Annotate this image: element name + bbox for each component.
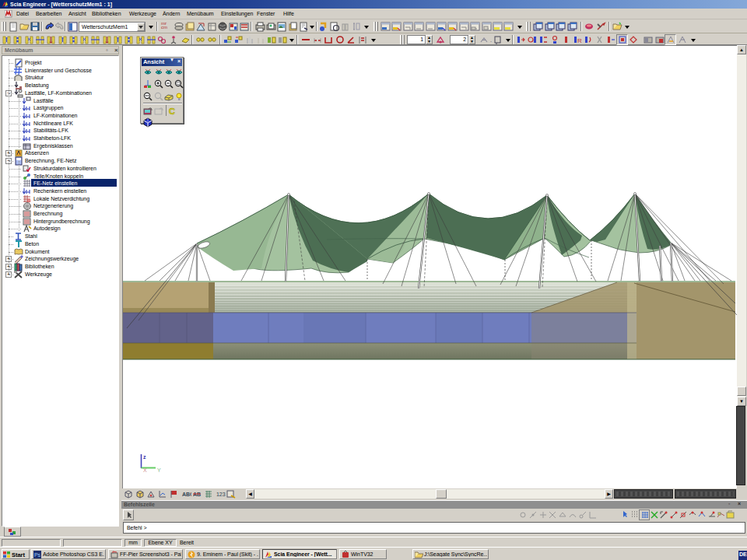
svg-text:.: . [490,37,492,43]
svg-text:X: X [143,467,147,473]
svg-text:C: C [169,107,175,116]
svg-text:R: R [577,37,582,44]
svg-text:Ps: Ps [34,552,41,558]
svg-text:z: z [143,454,146,460]
svg-text:123: 123 [216,492,226,497]
svg-text:Y: Y [157,467,161,473]
svg-text:ABC: ABC [182,492,191,497]
